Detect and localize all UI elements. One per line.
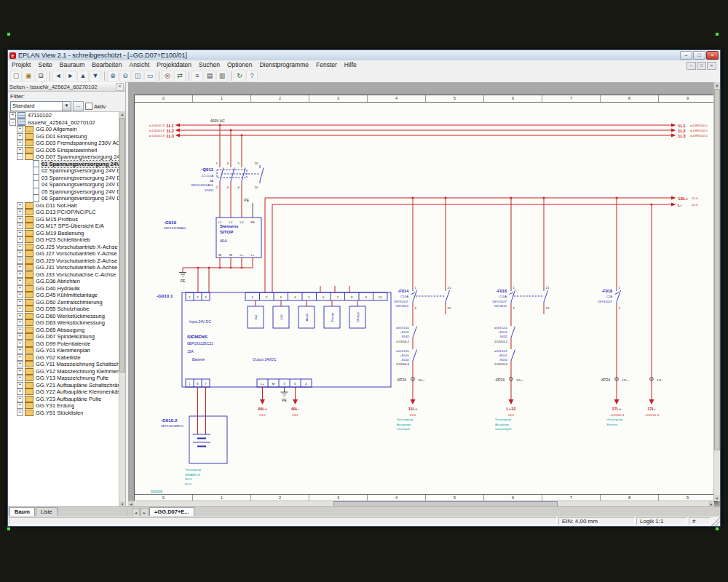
tree-item[interactable]: + GG.D65 Absaugung [15,327,119,334]
tree-item[interactable]: + GG.D05 Einspeiseeinheit [15,147,119,154]
filter-browse-button[interactable]: ... [73,101,84,111]
toolbar-properties-button[interactable]: ▥ [216,71,228,82]
scrollbar-thumb[interactable] [714,89,720,450]
tree-expander[interactable]: + [17,216,23,223]
close-button[interactable]: × [706,51,719,60]
schematic-page[interactable]: 0123456789 0123456789 =.D05/01.9 1L1 =.D… [134,95,717,502]
toolbar-goto-counterpart-button[interactable]: ⇄ [174,71,186,82]
tree-item[interactable]: + GG.D63 Werkstückmessung [15,319,119,327]
tree-item[interactable]: + GG.D55 Schutzhaube [15,306,119,313]
tree-item[interactable]: + GG.J25 Vorschubantrieb X-Achse [15,244,119,251]
toolbar-open-button[interactable]: ▣ [23,71,34,82]
mdi-restore-button[interactable]: □ [697,62,706,70]
tree-expander[interactable]: + [17,278,23,284]
toolbar-zoom-out-button[interactable]: ⊖ [119,71,131,82]
menu-item[interactable]: Seite [34,60,55,70]
minimize-button[interactable]: – [680,51,692,60]
title-bar[interactable]: e EPLAN View 2.1 - schreibgeschützt - [=… [8,50,720,61]
maximize-button[interactable]: □ [693,51,705,60]
tree-expander[interactable]: + [17,375,23,381]
tree-expander[interactable]: + [17,327,23,333]
tree-expander[interactable]: + [17,285,23,292]
tree-expander[interactable]: + [17,319,23,326]
tree-expander[interactable]: + [17,333,23,340]
resize-grip[interactable] [711,517,720,526]
toolbar-prev-page-button[interactable]: ◄ [52,71,64,82]
tree-expander[interactable]: + [17,340,23,347]
toolbar-find-button[interactable]: ◎ [162,71,173,82]
tree-item[interactable]: + GG.D11 Not-Halt [15,202,119,210]
tree-expander[interactable]: + [17,306,23,312]
tree-item[interactable]: + GG.Y02 Kabelliste [15,354,119,362]
toolbar-icon[interactable] [50,71,50,81]
tree-item[interactable]: + GG.J29 Vorschubantrieb Z-Achse [15,258,119,265]
tree-item[interactable]: + GG.Y22 Aufbaupläne Klemmenkästen [15,388,119,396]
tree-item[interactable]: + GG.Y21 Aufbaupläne Schaltschränke [15,382,119,389]
tree-expander[interactable]: + [17,202,23,209]
tree-item[interactable]: + GG.J31 Vorschubantrieb A-Achse [15,264,119,271]
tree-item[interactable]: + GG.M15 Profibus [15,216,119,223]
tree-item[interactable]: + GG.D40 Hydraulik [15,285,119,292]
tree-expander[interactable]: + [17,382,23,388]
tree-item[interactable]: + GG.M19 Bedienung [15,230,119,237]
toolbar-zoom-fit-button[interactable]: ▭ [144,71,156,82]
tree-expander[interactable]: + [17,402,23,409]
tree-item[interactable]: - IssueNr_425624_60270102 [8,119,119,127]
tree-expander[interactable]: + [17,250,23,257]
tree-expander[interactable]: + [17,133,23,140]
toolbar-tree-view-button[interactable]: ≡ [191,71,203,82]
scrollbar-thumb[interactable] [119,118,125,372]
menu-item[interactable]: Dienstprogramme [256,60,312,70]
sidebar-scrollbar[interactable]: ▲ ▼ [119,111,125,507]
chevron-down-icon[interactable]: ▼ [62,102,71,111]
tree-expander[interactable]: + [17,223,23,229]
tree-expander[interactable]: + [17,354,23,361]
tree-expander[interactable]: + [17,292,23,298]
tree-expander[interactable]: + [17,140,23,146]
active-checkbox[interactable] [85,103,92,110]
tree-expander[interactable]: + [17,258,23,264]
tree-item[interactable]: + GG.D99 Potentialende [15,340,119,348]
drawing-vscrollbar[interactable]: ▲ ▼ [713,82,720,501]
menu-item[interactable]: Fenster [312,60,341,70]
tree-item[interactable]: + GG.D01 Einspeisung [15,133,119,140]
toolbar-icon[interactable] [189,71,189,81]
tree-expander[interactable]: - [17,154,23,160]
tree-expander[interactable]: + [17,388,23,395]
tree-item[interactable]: + 47110102 [8,112,119,119]
scroll-up-icon[interactable]: ▲ [119,111,125,117]
toolbar-icon[interactable] [159,71,159,81]
tree-item[interactable]: + GG.D50 Zentralschmierung [15,299,119,306]
tree-expander[interactable]: + [17,361,23,367]
mdi-close-button[interactable]: × [707,62,716,70]
tree-expander[interactable]: + [17,264,23,271]
tree-expander[interactable]: + [17,410,23,416]
mdi-minimize-button[interactable]: – [687,62,696,70]
toolbar-list-view-button[interactable]: ▤ [204,71,215,82]
tree-expander[interactable]: + [17,244,23,250]
toolbar-print-button[interactable]: ⊟ [35,71,47,82]
tree-expander[interactable]: + [17,147,23,154]
tree-item[interactable]: + GG.J27 Vorschubantrieb Y-Achse [15,250,119,258]
tree-expander[interactable]: + [17,126,23,132]
menu-item[interactable]: Ansicht [125,60,153,70]
scroll-up-icon[interactable]: ▲ [714,82,720,88]
menu-item[interactable]: Bauraum [56,60,89,70]
tree-item[interactable]: + GG.Y13 Masszeichnung Pulte [15,375,119,382]
toolbar-refresh-button[interactable]: ↻ [234,71,245,82]
tree-item[interactable]: + GG.D60 Werkstückmessung [15,313,119,320]
tree-item[interactable]: + GG.00 Allgemein [15,126,119,133]
menu-item[interactable]: Projektdaten [153,60,195,70]
tree-item[interactable]: + GG.Y23 Aufbaupläne Pulte [15,396,119,403]
schematic-svg[interactable]: =.D05/01.9 1L1 =.D05/01.9 1L2 =.D05/01.9… [135,95,716,501]
tree-item[interactable]: + GG.H23 Schleifantrieb [15,236,119,244]
toolbar-icon[interactable] [231,71,232,81]
toolbar-zoom-in-button[interactable]: ⊕ [107,71,119,82]
tree-expander[interactable]: + [17,230,23,236]
menu-item[interactable]: Suchen [195,60,223,70]
tree-expander[interactable]: + [17,271,23,278]
tree-item[interactable]: + GG.D67 Spindelkühlung [15,333,119,340]
tree-item[interactable]: + GG.D13 PC/OP/NC/PLC [15,209,119,216]
toolbar-next-page-button[interactable]: ► [65,71,76,82]
panel-close-icon[interactable]: × [116,83,124,91]
